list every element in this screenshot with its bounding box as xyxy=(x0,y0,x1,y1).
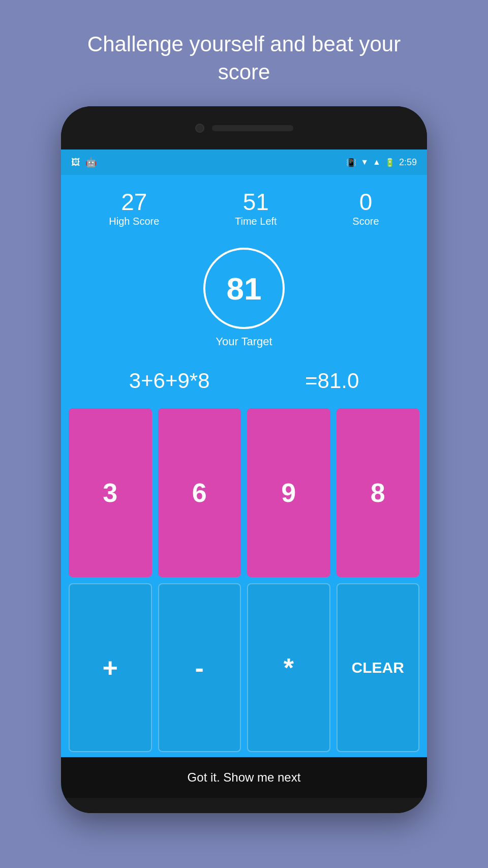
number-6-button[interactable]: 6 xyxy=(158,408,241,577)
expression-row: 3+6+9*8 =81.0 xyxy=(61,353,427,408)
plus-button[interactable]: + xyxy=(69,583,152,752)
time-left-value: 51 xyxy=(243,190,269,214)
time-left-label: Time Left xyxy=(235,216,277,227)
phone-top xyxy=(61,106,427,149)
minus-button[interactable]: - xyxy=(158,583,241,752)
number-buttons-row: 3 6 9 8 xyxy=(69,408,419,577)
camera xyxy=(195,124,204,133)
buttons-section: 3 6 9 8 + - * CLEAR xyxy=(61,408,427,757)
number-8-button[interactable]: 8 xyxy=(337,408,420,577)
bottom-bar[interactable]: Got it. Show me next xyxy=(61,757,427,798)
clear-button[interactable]: CLEAR xyxy=(337,583,420,752)
status-icons-right: 📳 ▼ ▲ 🔋 2:59 xyxy=(346,157,417,168)
speaker xyxy=(212,125,293,131)
target-value: 81 xyxy=(227,271,262,307)
high-score-value: 27 xyxy=(121,190,147,214)
status-bar: 🖼 🤖 📳 ▼ ▲ 🔋 2:59 xyxy=(61,149,427,175)
page-title: Challenge yourself and beat your score xyxy=(71,31,417,86)
target-circle: 81 xyxy=(203,248,285,329)
score-value: 0 xyxy=(359,190,373,214)
status-time: 2:59 xyxy=(399,157,417,168)
android-icon: 🤖 xyxy=(85,157,97,168)
high-score-item: 27 High Score xyxy=(109,190,159,227)
phone-bottom xyxy=(61,798,427,813)
high-score-label: High Score xyxy=(109,216,159,227)
page-background: Challenge yourself and beat your score 🖼… xyxy=(0,0,488,868)
number-3-button[interactable]: 3 xyxy=(69,408,152,577)
wifi-icon: ▼ xyxy=(360,158,369,167)
expression-input: 3+6+9*8 xyxy=(129,369,210,393)
multiply-button[interactable]: * xyxy=(247,583,330,752)
score-item: 0 Score xyxy=(352,190,379,227)
phone-screen: 🖼 🤖 📳 ▼ ▲ 🔋 2:59 27 High Score xyxy=(61,149,427,798)
score-row: 27 High Score 51 Time Left 0 Score xyxy=(61,175,427,237)
vibrate-icon: 📳 xyxy=(346,158,356,167)
target-label: Your Target xyxy=(216,335,272,348)
status-icons-left: 🖼 🤖 xyxy=(71,157,97,168)
score-label: Score xyxy=(352,216,379,227)
operator-buttons-row: + - * CLEAR xyxy=(69,583,419,752)
expression-result: =81.0 xyxy=(305,369,359,393)
image-icon: 🖼 xyxy=(71,157,80,168)
signal-icon: ▲ xyxy=(373,158,381,167)
bottom-bar-text: Got it. Show me next xyxy=(188,770,301,785)
target-container: 81 Your Target xyxy=(61,248,427,348)
battery-icon: 🔋 xyxy=(385,158,395,167)
phone-frame: 🖼 🤖 📳 ▼ ▲ 🔋 2:59 27 High Score xyxy=(61,106,427,813)
time-left-item: 51 Time Left xyxy=(235,190,277,227)
number-9-button[interactable]: 9 xyxy=(247,408,330,577)
